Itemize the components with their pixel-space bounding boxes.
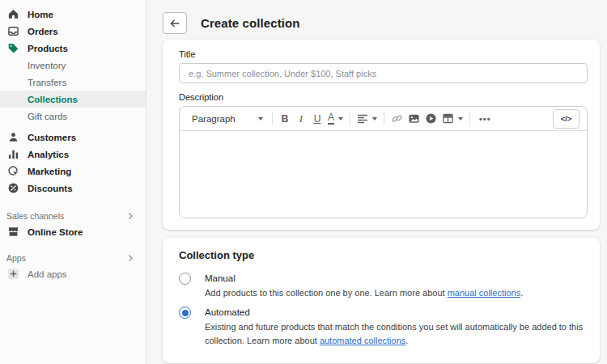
sidebar-item-online-store[interactable]: Online Store xyxy=(0,223,146,240)
sidebar-item-label: Collections xyxy=(28,95,78,104)
chevron-down-icon xyxy=(258,117,263,121)
shopify-admin: Home Orders Products Inventory Transfers… xyxy=(0,0,607,364)
page-title: Create collection xyxy=(201,16,300,30)
chevron-down-icon xyxy=(372,117,377,121)
manual-label[interactable]: Manual xyxy=(205,272,588,286)
chevron-down-icon xyxy=(458,117,463,121)
automated-collections-link[interactable]: automated collections xyxy=(320,336,405,345)
text-color-button[interactable]: A xyxy=(325,109,346,129)
sidebar-item-home[interactable]: Home xyxy=(0,6,146,23)
automated-option: Automated Existing and future products t… xyxy=(179,306,588,348)
sidebar-item-customers[interactable]: Customers xyxy=(0,129,146,146)
toolbar-divider xyxy=(350,112,350,125)
chevron-down-icon xyxy=(338,117,343,121)
manual-description: Add products to this collection one by o… xyxy=(205,286,588,300)
sidebar-item-collections[interactable]: Collections xyxy=(0,91,146,108)
online-store-icon xyxy=(6,226,19,239)
bold-button[interactable]: B xyxy=(277,109,293,129)
toolbar-divider xyxy=(469,112,470,125)
manual-radio[interactable] xyxy=(179,273,191,285)
video-icon xyxy=(425,112,437,125)
orders-icon xyxy=(6,25,19,38)
sidebar-item-label: Online Store xyxy=(28,227,83,237)
toolbar-divider xyxy=(272,112,273,125)
sidebar-item-orders[interactable]: Orders xyxy=(0,23,146,40)
sales-channels-section[interactable]: Sales channels xyxy=(0,209,146,223)
sidebar-item-label: Home xyxy=(28,10,53,19)
image-icon xyxy=(408,112,420,125)
sidebar-item-label: Analytics xyxy=(28,150,69,159)
automated-radio[interactable] xyxy=(179,307,191,319)
link-button[interactable] xyxy=(388,109,405,129)
sidebar-item-label: Orders xyxy=(28,27,58,36)
chevron-right-icon xyxy=(126,212,134,220)
sidebar-item-gift-cards[interactable]: Gift cards xyxy=(0,108,146,125)
sidebar-item-add-apps[interactable]: Add apps xyxy=(0,265,146,282)
sidebar-item-inventory[interactable]: Inventory xyxy=(0,57,146,74)
align-left-icon xyxy=(357,113,368,125)
home-icon xyxy=(6,8,19,21)
sidebar-item-label: Gift cards xyxy=(28,112,67,121)
marketing-icon xyxy=(6,165,19,178)
back-arrow-icon xyxy=(169,18,180,29)
automated-description: Existing and future products that match … xyxy=(205,320,588,348)
products-icon xyxy=(6,42,19,55)
sidebar-item-label: Transfers xyxy=(28,78,66,87)
collection-type-heading: Collection type xyxy=(179,249,588,261)
toolbar-divider xyxy=(384,112,384,125)
main-content: Create collection Title Description Para… xyxy=(146,0,607,364)
title-description-card: Title Description Paragraph B I U A xyxy=(163,40,600,230)
sidebar-item-analytics[interactable]: Analytics xyxy=(0,146,146,163)
sidebar-item-discounts[interactable]: Discounts xyxy=(0,180,146,197)
paragraph-style-dropdown[interactable]: Paragraph xyxy=(187,109,268,129)
link-icon xyxy=(391,112,403,125)
analytics-icon xyxy=(6,148,19,161)
code-view-button[interactable]: </> xyxy=(553,109,579,129)
sidebar-item-marketing[interactable]: Marketing xyxy=(0,163,146,180)
back-button[interactable] xyxy=(163,12,187,34)
title-label: Title xyxy=(179,49,588,59)
video-button[interactable] xyxy=(422,109,439,129)
sidebar: Home Orders Products Inventory Transfers… xyxy=(0,0,146,364)
more-options-button[interactable]: ••• xyxy=(474,109,496,129)
description-editor: Paragraph B I U A xyxy=(179,106,588,218)
manual-collections-link[interactable]: manual collections xyxy=(448,288,521,298)
automated-label[interactable]: Automated xyxy=(205,306,588,320)
underline-button[interactable]: U xyxy=(309,109,325,129)
plus-icon xyxy=(6,268,19,281)
sidebar-item-label: Inventory xyxy=(28,61,66,70)
chevron-right-icon xyxy=(126,254,134,262)
manual-option: Manual Add products to this collection o… xyxy=(179,272,588,300)
customers-icon xyxy=(6,131,19,144)
sidebar-item-label: Marketing xyxy=(28,167,71,176)
description-label: Description xyxy=(179,92,588,102)
editor-toolbar: Paragraph B I U A xyxy=(180,107,587,131)
table-button[interactable] xyxy=(439,109,465,129)
image-button[interactable] xyxy=(405,109,422,129)
collection-type-card: Collection type Manual Add products to t… xyxy=(163,238,600,363)
sidebar-item-label: Products xyxy=(28,44,68,53)
sidebar-item-label: Add apps xyxy=(28,269,67,279)
discounts-icon xyxy=(6,182,19,195)
alignment-button[interactable] xyxy=(354,109,380,129)
description-textarea[interactable] xyxy=(180,131,587,218)
apps-section[interactable]: Apps xyxy=(0,251,146,265)
table-icon xyxy=(442,112,454,125)
sidebar-item-label: Discounts xyxy=(28,184,73,193)
sidebar-item-transfers[interactable]: Transfers xyxy=(0,74,146,91)
page-header: Create collection xyxy=(163,0,600,38)
title-input[interactable] xyxy=(179,63,588,83)
sidebar-item-label: Customers xyxy=(28,133,76,142)
sidebar-item-products[interactable]: Products xyxy=(0,40,146,57)
italic-button[interactable]: I xyxy=(293,109,309,129)
